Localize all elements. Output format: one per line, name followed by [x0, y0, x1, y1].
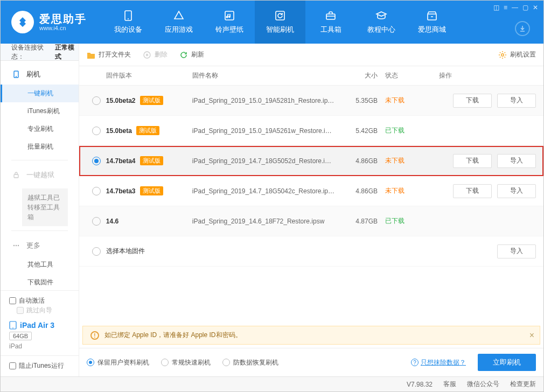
col-status: 状态	[385, 71, 439, 80]
download-circle-icon[interactable]	[515, 21, 530, 36]
lock-icon	[11, 170, 21, 180]
version: 15.0beta2	[106, 97, 136, 104]
nav-label: 工具箱	[320, 25, 341, 34]
size: 4.87GB	[342, 218, 385, 225]
download-button[interactable]: 下载	[453, 184, 492, 198]
nav-music[interactable]: 铃声壁纸	[204, 1, 255, 44]
list-icon[interactable]: ≡	[504, 4, 507, 11]
refresh-button[interactable]: 刷新	[179, 50, 204, 59]
app-header: 爱思助手 www.i4.cn 我的设备应用游戏铃声壁纸智能刷机工具箱教程中心爱思…	[1, 1, 543, 44]
checkbox-label: 阻止iTunes运行	[19, 361, 64, 370]
local-firmware-row[interactable]: 选择本地固件 导入	[79, 236, 543, 267]
nav-store[interactable]: 爱思商城	[407, 1, 457, 44]
opt-keep-data[interactable]: 保留用户资料刷机	[87, 358, 149, 367]
refresh-icon	[179, 51, 188, 59]
button-label: 刷新	[191, 50, 204, 59]
toolbar: 打开文件夹 删除 刷新 刷机设置	[79, 44, 543, 66]
sidebar-item-one-key-flash[interactable]: 一键刷机	[1, 85, 79, 102]
device-storage: 64GB	[9, 332, 32, 340]
nav-label: 我的设备	[114, 25, 142, 34]
minimize-icon[interactable]: —	[512, 4, 518, 11]
sidebar-item-pro-flash[interactable]: 专业刷机	[1, 120, 79, 138]
table-row[interactable]: 14.7beta4测试版iPad_Spring_2019_14.7_18G505…	[79, 146, 543, 176]
delete-icon	[143, 51, 151, 59]
nav-tutorial[interactable]: 教程中心	[356, 1, 407, 44]
radio[interactable]	[92, 217, 101, 226]
shirt-icon[interactable]: ◫	[493, 4, 499, 11]
nav-refresh[interactable]: 智能刷机	[255, 1, 305, 44]
radio[interactable]	[92, 157, 101, 165]
radio[interactable]	[92, 96, 101, 105]
table-header: 固件版本 固件名称 大小 状态 操作	[79, 66, 543, 86]
local-label: 选择本地固件	[106, 247, 439, 256]
status: 已下载	[385, 216, 439, 226]
radio[interactable]	[92, 127, 101, 135]
import-button[interactable]: 导入	[497, 244, 536, 258]
svg-point-15	[501, 53, 504, 55]
flash-now-button[interactable]: 立即刷机	[478, 354, 536, 371]
block-itunes-checkbox[interactable]: 阻止iTunes运行	[9, 361, 64, 370]
sidebar-item-batch-flash[interactable]: 批量刷机	[1, 138, 79, 156]
auto-activate-checkbox[interactable]: 自动激活	[9, 296, 45, 305]
col-ops: 操作	[439, 71, 536, 80]
erase-link[interactable]: ?只想抹除数据？	[411, 358, 466, 367]
close-icon[interactable]: ✕	[533, 4, 538, 11]
firmware-table: 固件版本 固件名称 大小 状态 操作 15.0beta2测试版iPad_Spri…	[79, 66, 543, 326]
nav-label: 应用游戏	[165, 25, 193, 34]
size: 4.86GB	[342, 187, 385, 195]
flash-settings-button[interactable]: 刷机设置	[498, 50, 536, 59]
device-card: iPad Air 3 64GB iPad	[9, 321, 70, 350]
wechat-link[interactable]: 微信公众号	[467, 380, 499, 389]
sidebar-item-other-tools[interactable]: 其他工具	[1, 256, 79, 274]
version: 14.7beta4	[106, 157, 136, 165]
nav-label: 铃声壁纸	[215, 25, 243, 34]
sidebar-item-itunes-flash[interactable]: iTunes刷机	[1, 102, 79, 120]
check-update-link[interactable]: 检查更新	[510, 380, 536, 389]
content: 打开文件夹 删除 刷新 刷机设置 固件版本 固件名称 大小 状态	[79, 44, 543, 376]
opt-anti-recovery[interactable]: 防数据恢复刷机	[222, 358, 278, 367]
checkbox-label: 跳过向导	[26, 306, 52, 315]
more-icon	[11, 241, 21, 250]
table-row[interactable]: 15.0beta测试版iPad_Spring_2019_15.0_19A5261…	[79, 116, 543, 146]
import-button[interactable]: 导入	[497, 184, 536, 198]
nav-apps[interactable]: 应用游戏	[154, 1, 204, 44]
device-type: iPad	[9, 342, 70, 350]
import-button[interactable]: 导入	[497, 94, 536, 108]
support-link[interactable]: 客服	[443, 380, 456, 389]
svg-point-13	[12, 327, 13, 328]
col-name: 固件名称	[192, 71, 342, 80]
opt-fast-flash[interactable]: 常规快速刷机	[161, 358, 211, 367]
svg-point-1	[128, 18, 129, 19]
radio[interactable]	[92, 247, 101, 256]
sidebar-item-download-firmware[interactable]: 下载固件	[1, 274, 79, 290]
download-button[interactable]: 下载	[453, 94, 492, 108]
nav-toolbox[interactable]: 工具箱	[305, 1, 356, 44]
firmware-name: iPad_Spring_2019_15.0_19A5281h_Restore.i…	[192, 97, 342, 104]
firmware-name: iPad_Spring_2019_14.7_18G5042c_Restore.i…	[192, 187, 342, 195]
nav-device[interactable]: 我的设备	[103, 1, 154, 44]
radio[interactable]	[92, 187, 101, 195]
button-label: 删除	[155, 50, 168, 59]
open-folder-button[interactable]: 打开文件夹	[87, 50, 131, 59]
svg-rect-2	[225, 11, 234, 20]
maximize-icon[interactable]: ▢	[522, 4, 528, 11]
download-button[interactable]: 下载	[453, 154, 492, 168]
table-row[interactable]: 14.7beta3测试版iPad_Spring_2019_14.7_18G504…	[79, 176, 543, 206]
divider	[11, 230, 68, 231]
firmware-name: iPad_Spring_2019_14.6_18F72_Restore.ipsw	[192, 218, 342, 225]
status-value: 正常模式	[55, 43, 79, 61]
table-row[interactable]: 15.0beta2测试版iPad_Spring_2019_15.0_19A528…	[79, 86, 543, 116]
import-button[interactable]: 导入	[497, 154, 536, 168]
nav-label: 智能刷机	[266, 25, 294, 34]
firmware-name: iPad_Spring_2019_15.0_19A5261w_Restore.i…	[192, 127, 342, 135]
delete-button: 删除	[143, 50, 168, 59]
table-row[interactable]: 14.6iPad_Spring_2019_14.6_18F72_Restore.…	[79, 206, 543, 236]
sidebar-head-more[interactable]: 更多	[1, 235, 79, 256]
version: 15.0beta	[106, 127, 132, 135]
brand-title: 爱思助手	[39, 13, 87, 25]
skip-guide-checkbox[interactable]: 跳过向导	[17, 306, 52, 315]
notice-close-icon[interactable]: ×	[529, 331, 534, 340]
beta-tag: 测试版	[136, 126, 159, 135]
sidebar-head-flash[interactable]: 刷机	[1, 64, 79, 85]
tutorial-icon	[375, 10, 387, 22]
